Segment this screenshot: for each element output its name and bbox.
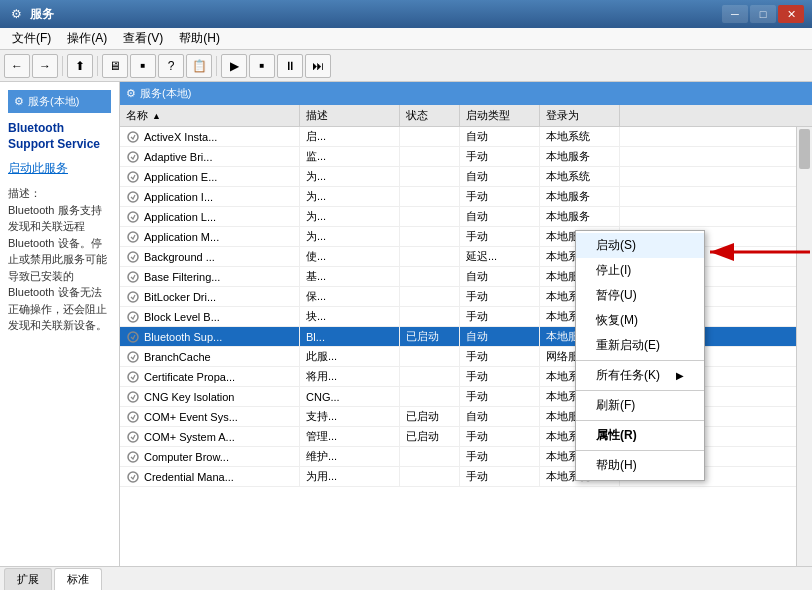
context-menu-item[interactable]: 暂停(U) (576, 283, 704, 308)
row-logon: 本地系统 (540, 167, 620, 186)
col-start-type[interactable]: 启动类型 (460, 105, 540, 126)
right-panel-header: ⚙ 服务(本地) (120, 82, 812, 105)
svg-point-3 (128, 192, 138, 202)
table-row[interactable]: Background ... 使... 延迟... 本地系统 (120, 247, 812, 267)
context-menu-separator (576, 420, 704, 421)
row-status (400, 307, 460, 326)
col-status[interactable]: 状态 (400, 105, 460, 126)
service-start-link[interactable]: 启动此服务 (8, 160, 111, 177)
scrollbar[interactable] (796, 127, 812, 566)
toolbar-forward[interactable]: → (32, 54, 58, 78)
row-start-type: 自动 (460, 407, 540, 426)
row-desc: 此服... (300, 347, 400, 366)
menu-view[interactable]: 查看(V) (115, 28, 171, 49)
table-row[interactable]: Adaptive Bri... 监... 手动 本地服务 (120, 147, 812, 167)
row-start-type: 手动 (460, 347, 540, 366)
context-menu-item[interactable]: 所有任务(K)▶ (576, 363, 704, 388)
row-start-type: 自动 (460, 207, 540, 226)
table-row[interactable]: BitLocker Dri... 保... 手动 本地系统 (120, 287, 812, 307)
minimize-button[interactable]: ─ (722, 5, 748, 23)
svg-point-12 (128, 372, 138, 382)
toolbar-help[interactable]: ? (158, 54, 184, 78)
maximize-button[interactable]: □ (750, 5, 776, 23)
table-row[interactable]: Credential Mana... 为用... 手动 本地系统 (120, 467, 812, 487)
table-row[interactable]: ActiveX Insta... 启... 自动 本地系统 (120, 127, 812, 147)
col-name[interactable]: 名称 ▲ (120, 105, 300, 126)
context-menu-item[interactable]: 停止(I) (576, 258, 704, 283)
row-name: Adaptive Bri... (120, 147, 300, 166)
left-panel-title: 服务(本地) (28, 94, 79, 109)
row-name: Application M... (120, 227, 300, 246)
table-row[interactable]: BranchCache 此服... 手动 网络服务 (120, 347, 812, 367)
table-row[interactable]: Application M... 为... 手动 本地服务 (120, 227, 812, 247)
row-name: Base Filtering... (120, 267, 300, 286)
row-desc: 管理... (300, 427, 400, 446)
app-icon: ⚙ (8, 6, 24, 22)
row-logon: 本地服务 (540, 147, 620, 166)
table-row[interactable]: Application L... 为... 自动 本地服务 (120, 207, 812, 227)
toolbar-pause[interactable]: ⏸ (277, 54, 303, 78)
menu-file[interactable]: 文件(F) (4, 28, 59, 49)
table-row[interactable]: COM+ Event Sys... 支持... 已启动 自动 本地服务 (120, 407, 812, 427)
scrollbar-thumb[interactable] (799, 129, 810, 169)
toolbar-sep3 (216, 56, 217, 76)
context-menu-item[interactable]: 帮助(H) (576, 453, 704, 478)
svg-point-11 (128, 352, 138, 362)
context-menu-item[interactable]: 刷新(F) (576, 393, 704, 418)
toolbar-back[interactable]: ← (4, 54, 30, 78)
toolbar-play[interactable]: ▶ (221, 54, 247, 78)
tab-extended[interactable]: 扩展 (4, 568, 52, 590)
toolbar-restart[interactable]: ⏭ (305, 54, 331, 78)
toolbar-export[interactable]: 📋 (186, 54, 212, 78)
context-menu-separator (576, 450, 704, 451)
svg-point-17 (128, 472, 138, 482)
table-row[interactable]: COM+ System A... 管理... 已启动 手动 本地系统 (120, 427, 812, 447)
row-name: Block Level B... (120, 307, 300, 326)
col-logon[interactable]: 登录为 (540, 105, 620, 126)
left-panel-header: ⚙ 服务(本地) (8, 90, 111, 113)
table-row[interactable]: Base Filtering... 基... 自动 本地服务 (120, 267, 812, 287)
service-icon (126, 370, 140, 384)
toolbar-sep1 (62, 56, 63, 76)
table-header: 名称 ▲ 描述 状态 启动类型 登录为 (120, 105, 812, 127)
row-start-type: 自动 (460, 327, 540, 346)
toolbar: ← → ⬆ 🖥 ■ ? 📋 ▶ ■ ⏸ ⏭ (0, 50, 812, 82)
table-row[interactable]: Bluetooth Sup... Bl... 已启动 自动 本地服务 (120, 327, 812, 347)
context-menu-item[interactable]: 属性(R) (576, 423, 704, 448)
service-icon (126, 350, 140, 364)
table-row[interactable]: Application E... 为... 自动 本地系统 (120, 167, 812, 187)
row-status (400, 287, 460, 306)
row-desc: 维护... (300, 447, 400, 466)
table-row[interactable]: Certificate Propa... 将用... 手动 本地系统 (120, 367, 812, 387)
service-icon (126, 470, 140, 484)
menu-action[interactable]: 操作(A) (59, 28, 115, 49)
toolbar-stop2[interactable]: ■ (249, 54, 275, 78)
table-row[interactable]: Block Level B... 块... 手动 本地系统 (120, 307, 812, 327)
tab-standard[interactable]: 标准 (54, 568, 102, 590)
context-menu-item[interactable]: 恢复(M) (576, 308, 704, 333)
service-icon (126, 210, 140, 224)
context-menu-item[interactable]: 启动(S) (576, 233, 704, 258)
row-name: Application E... (120, 167, 300, 186)
bottom-tabs: 扩展 标准 (0, 566, 812, 590)
row-desc: 为... (300, 167, 400, 186)
table-row[interactable]: CNG Key Isolation CNG... 手动 本地系统 (120, 387, 812, 407)
row-name: Application I... (120, 187, 300, 206)
row-name: CNG Key Isolation (120, 387, 300, 406)
row-status (400, 167, 460, 186)
table-row[interactable]: Computer Brow... 维护... 手动 本地系统 (120, 447, 812, 467)
toolbar-stop[interactable]: ■ (130, 54, 156, 78)
toolbar-computer[interactable]: 🖥 (102, 54, 128, 78)
col-desc[interactable]: 描述 (300, 105, 400, 126)
context-menu-item[interactable]: 重新启动(E) (576, 333, 704, 358)
row-start-type: 自动 (460, 127, 540, 146)
close-button[interactable]: ✕ (778, 5, 804, 23)
menu-help[interactable]: 帮助(H) (171, 28, 228, 49)
row-status (400, 387, 460, 406)
svg-point-13 (128, 392, 138, 402)
svg-point-0 (128, 132, 138, 142)
service-icon (126, 330, 140, 344)
table-row[interactable]: Application I... 为... 手动 本地服务 (120, 187, 812, 207)
toolbar-up[interactable]: ⬆ (67, 54, 93, 78)
menu-bar: 文件(F) 操作(A) 查看(V) 帮助(H) (0, 28, 812, 50)
